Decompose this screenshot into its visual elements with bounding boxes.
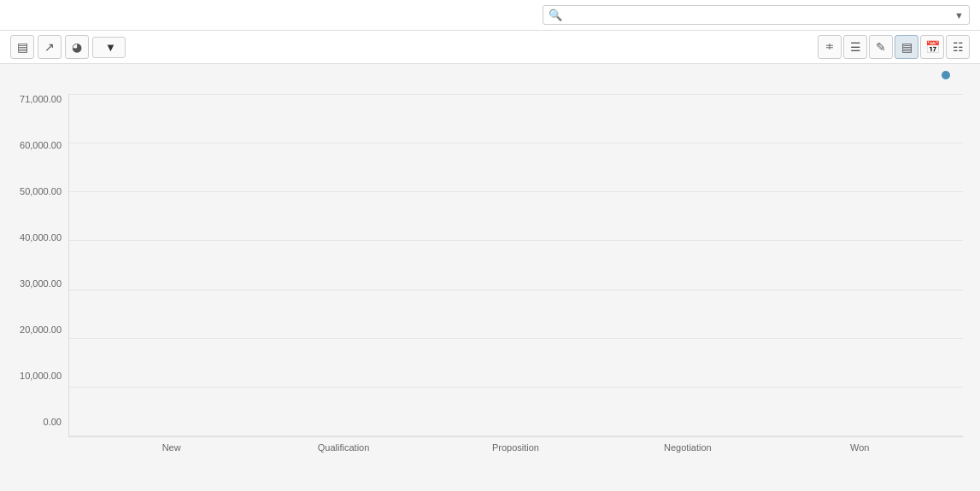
calendar-button[interactable]: 📅 [920,35,944,59]
y-label-50000: 50,000.00 [20,186,62,196]
search-input[interactable] [566,9,954,21]
search-icon: 🔍 [549,9,562,21]
y-label-20000: 20,000.00 [20,324,62,335]
pie-chart-button[interactable]: ◕ [65,35,89,59]
toolbar-right: ⧧ ☰ ✎ ▤ 📅 ☷ [818,35,970,59]
x-label-won: Won [808,442,911,453]
chart-inner: NewQualificationPropositionNegotiationWo… [68,94,963,453]
x-label-negotiation: Negotiation [637,442,739,453]
toolbar: ▤ ↗ ◕ ▼ ⧧ ☰ ✎ ▤ 📅 ☷ [0,31,980,64]
measure-button[interactable]: ▼ [92,37,126,58]
y-label-10000: 10,000.00 [20,371,62,381]
search-container: 🔍 ▼ [543,5,970,25]
grid-view-button[interactable]: ⧧ [818,35,842,59]
y-label-60000: 60,000.00 [20,140,62,150]
bar-chart-button[interactable]: ▤ [10,35,34,59]
search-dropdown-arrow[interactable]: ▼ [954,10,964,20]
bar-chart-active-button[interactable]: ▤ [895,35,918,59]
chart-wrapper: 71,000.00 60,000.00 50,000.00 40,000.00 … [9,94,963,453]
y-label-40000: 40,000.00 [20,232,62,243]
x-labels: NewQualificationPropositionNegotiationWo… [68,437,963,453]
bars-container [69,94,963,436]
list-view-button[interactable]: ☰ [843,35,867,59]
measure-dropdown-arrow: ▼ [105,41,116,54]
y-label-71000: 71,000.00 [20,94,62,104]
chart-area: 71,000.00 60,000.00 50,000.00 40,000.00 … [0,64,980,457]
legend-dot [942,71,950,79]
y-label-0: 0.00 [44,417,62,427]
edit-button[interactable]: ✎ [869,35,893,59]
y-axis: 71,000.00 60,000.00 50,000.00 40,000.00 … [9,94,68,453]
toolbar-left: ▤ ↗ ◕ ▼ [10,35,126,59]
x-label-qualification: Qualification [292,442,395,453]
legend [942,71,954,79]
line-chart-button[interactable]: ↗ [38,35,62,59]
y-label-30000: 30,000.00 [20,278,62,289]
bars-area [68,94,963,437]
top-bar: 🔍 ▼ [0,0,980,31]
x-label-new: New [120,442,223,453]
x-label-proposition: Proposition [464,442,566,453]
table-button[interactable]: ☷ [946,35,970,59]
